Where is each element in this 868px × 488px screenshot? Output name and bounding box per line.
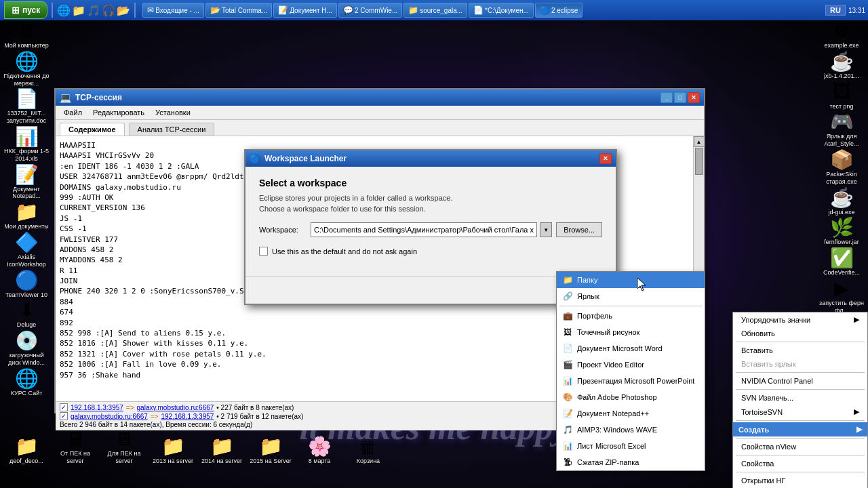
workspace-title-text: Workspace Launcher — [264, 154, 347, 163]
ctx-item-folder[interactable]: 📁 Папку — [557, 272, 705, 288]
desktop: ⊞ пуск 🌐 📁 🎵 🎧 📂 ✉ Входящие - ... 📂 Tota… — [0, 0, 868, 488]
tcp-menu-edit[interactable]: Редактировать — [87, 107, 150, 118]
rctx-create[interactable]: Создать ▶ — [733, 422, 867, 436]
rctx-tortoise[interactable]: TortoiseSVN — [733, 405, 867, 419]
ctx-item-aimp[interactable]: 🎵 AIMP3: Windows WAVE — [557, 422, 705, 438]
taskbar-item-eclipse[interactable]: 🔵 2 eclipse — [535, 3, 583, 18]
taskbar-item-doc[interactable]: 📄 *С:\Докумен... — [469, 3, 534, 18]
desktop-icon-mit[interactable]: 📄133752_MIT... запустити.doc — [3, 89, 50, 125]
rctx-svn[interactable]: SVN Извлечь... — [733, 391, 867, 405]
rctx-properties[interactable]: Свойства — [733, 457, 867, 470]
rctx-paste-shortcut[interactable]: Вставить ярлык — [733, 357, 867, 371]
desktop-icon-deof[interactable]: 📁дeof_deco... — [3, 437, 50, 465]
status-link-0[interactable]: 192.168.1.3:3957 — [71, 404, 123, 411]
left-desktop-icons: 🖥Мой компьютер 🌐Підключення до мережі...… — [3, 22, 50, 397]
desktop-icon-codeveri[interactable]: ✅CodeVerifie... — [818, 249, 865, 277]
desktop-icon-testpng[interactable]: 🖼тест png — [818, 83, 865, 110]
scroll-up[interactable]: ▲ — [694, 136, 705, 147]
tcp-title-icon: 💻 — [60, 92, 71, 103]
workspace-body: Select a workspace Eclipse stores your p… — [245, 167, 616, 276]
winamp-icon[interactable]: 🎧 — [102, 4, 115, 17]
rctx-organize[interactable]: Упорядочить значки — [733, 312, 867, 327]
desktop-icon-fernflower[interactable]: 🌿fernflower.jar — [818, 218, 865, 246]
ctx-item-excel[interactable]: 📊 Лист Microsoft Excel — [557, 438, 705, 454]
tab-contents[interactable]: Содержимое — [60, 123, 125, 136]
rctx-nvidia[interactable]: NVIDIA Control Panel — [733, 374, 867, 388]
desktop-icon-jxb[interactable]: ☕jxb-1.4.201... — [818, 52, 865, 80]
desktop-icon-server1[interactable]: 🖥От ПЕК на server — [52, 430, 98, 465]
ctx-excel-icon: 📊 — [562, 441, 573, 451]
rctx-sep2 — [736, 372, 865, 373]
desktop-icon-mycomputer[interactable]: 🖥Мой компьютер — [3, 22, 50, 49]
default-workspace-checkbox[interactable] — [259, 247, 268, 256]
status-link-1[interactable]: galaxy.mobstudio.ru:6667 — [71, 413, 148, 420]
language-indicator[interactable]: RU — [825, 5, 846, 16]
status-checkbox-1[interactable] — [60, 412, 68, 420]
tcp-menu-settings[interactable]: Установки — [150, 107, 196, 118]
desktop-icon-mydocs[interactable]: 📁Мои документы — [3, 203, 50, 230]
rctx-refresh[interactable]: Обновить — [733, 327, 867, 340]
tab-analysis[interactable]: Анализ TCP-сессии — [129, 123, 215, 136]
tcp-titlebar: 💻 TCP-сессия _ □ ✕ — [56, 89, 704, 106]
desktop-icon-zapustit[interactable]: ▶запустить ферн фл... — [818, 279, 865, 314]
desktop-icon-delugedl[interactable]: ⬇Deluge — [3, 301, 50, 329]
ctx-item-zip[interactable]: 🗜 Сжатая ZIP-папка — [557, 454, 705, 470]
taskbar-item-commie[interactable]: 💬 2 CommWie... — [338, 3, 402, 18]
taskbar-item-commander[interactable]: 📂 Total Comma... — [205, 3, 272, 18]
close-button[interactable]: ✕ — [688, 92, 700, 103]
desktop-icon-exampleexe[interactable]: ⚙example.exe — [818, 22, 865, 49]
ctx-item-bitmap[interactable]: 🖼 Точечный рисунок — [557, 324, 705, 340]
desktop-icon-2014[interactable]: 📁2014 на server — [199, 437, 245, 465]
workspace-heading: Select a workspace — [259, 178, 602, 188]
desktop-icon-kurs[interactable]: 🌐КУРС Сайт — [3, 369, 50, 397]
taskbar-item-notepad[interactable]: 📝 Документ Н... — [273, 3, 337, 18]
total-icon[interactable]: 📂 — [117, 4, 130, 17]
ctx-item-word[interactable]: 📄 Документ Microsoft Word — [557, 340, 705, 357]
taskbar-item-mail[interactable]: ✉ Входящие - ... — [142, 3, 204, 18]
folder-icon[interactable]: 📁 — [72, 4, 85, 17]
workspace-desc1: Eclipse stores your projects in a folder… — [259, 194, 602, 202]
desktop-icon-bootdisk[interactable]: 💿загрузочный диск Windo... — [3, 331, 50, 367]
workspace-input-row: Workspace: ▼ Browse... — [259, 222, 602, 237]
rctx-otkrytki[interactable]: Открытки НГ — [733, 474, 867, 487]
browse-button[interactable]: Browse... — [556, 222, 602, 237]
maximize-button[interactable]: □ — [674, 92, 686, 103]
desktop-icon-notepadinf[interactable]: 📝Документ Notepad... — [3, 165, 50, 201]
status-target-1[interactable]: 192.168.1.3:3957 — [161, 413, 214, 420]
status-arrow-0: => — [126, 404, 134, 411]
workspace-dropdown-button[interactable]: ▼ — [540, 222, 552, 237]
ctx-item-powerpoint[interactable]: 📊 Презентация Microsoft PowerPoint — [557, 373, 705, 389]
desktop-icon-2013[interactable]: 📁2013 на server — [150, 437, 196, 465]
ctx-portfolio-icon: 💼 — [562, 310, 573, 321]
desktop-icon-jdgui[interactable]: ☕jd-gui.exe — [818, 188, 865, 216]
ctx-item-notepadpp[interactable]: 📝 Документ Notepad++ — [557, 405, 705, 422]
desktop-icon-server2[interactable]: 🖥Для ПЕК на server — [101, 430, 147, 465]
desktop-icon-iconws[interactable]: 🔷Axialis IconWorkshop — [3, 233, 50, 268]
desktop-icon-packerskin[interactable]: 📦PackerSkin старая.exe — [818, 150, 865, 186]
taskbar-item-source[interactable]: 📁 source_gala... — [403, 3, 467, 18]
rctx-sep4 — [736, 420, 865, 421]
ctx-item-portfolio[interactable]: 💼 Портфель — [557, 308, 705, 324]
desktop-icon-teamviewer[interactable]: 🔵TeamViewer 10 — [3, 271, 50, 299]
ie-icon[interactable]: 🌐 — [57, 4, 71, 17]
rctx-nview[interactable]: Свойства nView — [733, 440, 867, 453]
rctx-paste[interactable]: Вставить — [733, 344, 867, 357]
desktop-icon-2015[interactable]: 📁2015 на Server — [248, 437, 294, 465]
workspace-close-button[interactable]: ✕ — [599, 153, 612, 164]
start-button[interactable]: ⊞ пуск — [4, 1, 47, 19]
media-icon[interactable]: 🎵 — [87, 4, 100, 17]
tcp-menu-file[interactable]: Файл — [58, 107, 87, 118]
minimize-button[interactable]: _ — [660, 92, 673, 103]
ctx-item-shortcut[interactable]: 🔗 Ярлык — [557, 288, 705, 304]
desktop-icon-forms[interactable]: 📊НКК_форми 1-5 2014.xls — [3, 127, 50, 163]
desktop-icon-network[interactable]: 🌐Підключення до мережі... — [3, 52, 50, 87]
desktop-icon-atari[interactable]: 🎮Ярлык для Atari_Style... — [818, 113, 865, 148]
ctx-item-videoeditor[interactable]: 🎬 Проект Video Editor — [557, 357, 705, 373]
status-target-0[interactable]: galaxy.mobstudio.ru:6667 — [137, 404, 214, 411]
workspace-path-input[interactable] — [311, 222, 537, 237]
ctx-item-photoshop[interactable]: 🎨 Файл Adobe Photoshop — [557, 389, 705, 405]
ctx-photoshop-icon: 🎨 — [562, 392, 573, 403]
status-checkbox-0[interactable] — [60, 403, 68, 411]
ctx-folder-icon: 📁 — [562, 274, 573, 285]
scroll-thumb[interactable] — [695, 148, 703, 175]
